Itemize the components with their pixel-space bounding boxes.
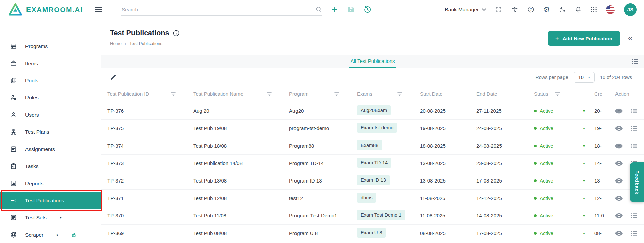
search-icon[interactable] xyxy=(315,6,322,13)
edit-columns-pencil-icon[interactable] xyxy=(110,74,117,81)
cell-status: Active ▾ xyxy=(534,125,594,131)
cell-publication-id: TP-370 xyxy=(107,213,193,218)
dark-mode-moon-icon[interactable] xyxy=(559,6,566,13)
column-test-publication-name[interactable]: Test Publication Name xyxy=(193,91,289,97)
feedback-button[interactable]: Feedback xyxy=(630,162,644,202)
view-eye-icon[interactable] xyxy=(615,213,623,218)
view-eye-icon[interactable] xyxy=(615,178,623,184)
status-dropdown-icon[interactable]: ▾ xyxy=(583,231,585,236)
table-row[interactable]: TP-369 Test Pub 08/08 Program U 8 Exam U… xyxy=(101,225,644,242)
sidebar-item-test-sets[interactable]: Test Sets ▸ xyxy=(0,209,101,226)
cell-exams: Exam ID 13 xyxy=(357,175,420,186)
sidebar-item-label: Test Publications xyxy=(25,198,64,204)
exam-chip: Aug20Exam xyxy=(357,105,391,115)
table-row[interactable]: TP-374 Test Pub 18/08 Program88 Exam88 1… xyxy=(101,137,644,155)
sidebar-item-users[interactable]: Users xyxy=(0,106,101,123)
filter-icon[interactable] xyxy=(267,92,272,96)
sidebar-item-tasks[interactable]: Tasks xyxy=(0,158,101,175)
column-end-date[interactable]: End Date xyxy=(476,91,534,97)
column-exams[interactable]: Exams xyxy=(357,91,420,97)
sidebar-item-label: Scraper xyxy=(25,232,43,238)
cell-start-date: 20-08-2025 xyxy=(420,108,476,114)
table-row[interactable]: TP-375 Test Pub 19/08 program-tst-demo E… xyxy=(101,120,644,137)
row-menu-icon[interactable] xyxy=(631,126,637,131)
tab-all-test-publications[interactable]: All Test Publications xyxy=(349,55,396,68)
test-publications-icon xyxy=(10,197,17,204)
avatar[interactable]: JS xyxy=(624,3,637,16)
column-program[interactable]: Program xyxy=(289,91,357,97)
view-eye-icon[interactable] xyxy=(615,143,623,149)
view-eye-icon[interactable] xyxy=(615,161,623,166)
history-icon[interactable] xyxy=(364,6,371,13)
sidebar-item-label: Assignments xyxy=(25,146,55,152)
filter-icon[interactable] xyxy=(334,92,339,96)
sidebar-item-reports[interactable]: Reports xyxy=(0,175,101,192)
collapse-panel-icon[interactable]: « xyxy=(626,34,635,43)
view-eye-icon[interactable] xyxy=(615,126,623,131)
sidebar-item-pools[interactable]: Pools xyxy=(0,72,101,89)
help-icon[interactable]: ? xyxy=(527,6,534,13)
cell-program: Program TD-14 xyxy=(289,160,357,166)
row-menu-icon[interactable] xyxy=(631,231,637,236)
sidebar-item-roles[interactable]: Roles xyxy=(0,89,101,106)
sidebar-item-items[interactable]: Items xyxy=(0,55,101,72)
column-test-publication-id[interactable]: Test Publication ID xyxy=(107,91,193,97)
rows-per-page-select[interactable]: 10 ▾ xyxy=(574,72,595,83)
accessibility-icon[interactable] xyxy=(511,6,518,13)
sidebar-item-assignments[interactable]: Assignments xyxy=(0,140,101,158)
table-view-menu-icon[interactable] xyxy=(632,55,639,68)
filter-icon[interactable] xyxy=(171,92,176,96)
cell-exams: Exam U-8 xyxy=(357,228,420,239)
status-dropdown-icon[interactable]: ▾ xyxy=(583,126,585,131)
reports-icon xyxy=(10,180,17,187)
filter-icon[interactable] xyxy=(555,92,560,96)
view-eye-icon[interactable] xyxy=(615,196,623,201)
table-row[interactable]: TP-371 Test Pub 12/08 test12 dbms 11-08-… xyxy=(101,190,644,207)
submenu-chevron-icon: ▸ xyxy=(60,215,62,220)
table-row[interactable]: TP-372 Test Pub 13/08 Program ID 13 Exam… xyxy=(101,172,644,190)
role-selector[interactable]: Bank Manager xyxy=(445,7,486,13)
table-row[interactable]: TP-376 Aug 20 Aug20 Aug20Exam 20-08-2025… xyxy=(101,102,644,120)
status-dot-icon xyxy=(534,179,537,182)
sidebar-item-test-publications[interactable]: Test Publications xyxy=(0,192,101,209)
breadcrumb-separator: › xyxy=(125,42,126,46)
column-start-date[interactable]: Start Date xyxy=(420,91,476,97)
sidebar-item-test-plans[interactable]: Test Plans xyxy=(0,123,101,140)
search-input[interactable] xyxy=(121,6,315,13)
row-menu-icon[interactable] xyxy=(631,108,637,114)
cell-start-date: 08-08-2025 xyxy=(420,230,476,236)
exam-chip: dbms xyxy=(357,193,376,203)
menu-icon[interactable] xyxy=(95,7,102,12)
breadcrumb-home[interactable]: Home xyxy=(110,41,122,46)
language-flag-icon[interactable] xyxy=(606,5,615,14)
sidebar-item-scraper[interactable]: Scraper ▸ xyxy=(0,226,101,243)
add-icon[interactable] xyxy=(331,6,338,13)
status-dropdown-icon[interactable]: ▾ xyxy=(583,178,585,183)
info-icon[interactable] xyxy=(173,30,179,36)
cell-publication-name: Test Pub 13/08 xyxy=(193,178,289,184)
add-new-publication-button[interactable]: + Add New Publication xyxy=(548,31,620,46)
row-menu-icon[interactable] xyxy=(631,143,637,149)
settings-gear-icon[interactable]: ⚙ xyxy=(543,6,550,13)
logo[interactable]: EXAMROOM.AI xyxy=(9,3,83,16)
sidebar-item-label: Tasks xyxy=(25,163,39,169)
notifications-bell-icon[interactable] xyxy=(575,6,582,13)
filter-icon[interactable] xyxy=(397,92,402,96)
status-dropdown-icon[interactable]: ▾ xyxy=(583,196,585,201)
column-created[interactable]: Cre xyxy=(594,91,615,97)
status-dropdown-icon[interactable]: ▾ xyxy=(583,213,585,218)
table-row[interactable]: TP-370 Test Pub 11/08 Program-Test-Demo1… xyxy=(101,207,644,225)
save-icon[interactable] xyxy=(347,6,355,13)
column-status[interactable]: Status xyxy=(534,91,594,97)
fullscreen-icon[interactable] xyxy=(495,6,502,13)
status-dropdown-icon[interactable]: ▾ xyxy=(583,161,585,166)
table-row[interactable]: TP-373 Test Publication 14/08 Program TD… xyxy=(101,155,644,172)
row-menu-icon[interactable] xyxy=(631,213,637,218)
cell-publication-name: Test Pub 19/08 xyxy=(193,125,289,131)
status-dropdown-icon[interactable]: ▾ xyxy=(583,109,585,113)
status-dropdown-icon[interactable]: ▾ xyxy=(583,144,585,148)
view-eye-icon[interactable] xyxy=(615,231,623,236)
view-eye-icon[interactable] xyxy=(615,108,623,114)
sidebar-item-programs[interactable]: Programs xyxy=(0,38,101,55)
apps-grid-icon[interactable] xyxy=(591,6,597,13)
